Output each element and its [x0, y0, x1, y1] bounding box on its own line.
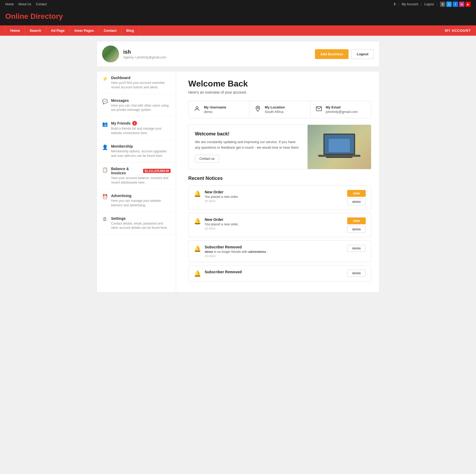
sidebar-item-membership[interactable]: 👤 Membership Membership options, account… — [97, 140, 176, 163]
dollar-sign: $ — [394, 2, 396, 6]
sidebar-dashboard-title: Dashboard — [111, 76, 171, 80]
sidebar-friends-title: My Friends 1 — [111, 121, 171, 126]
profile-logout-button[interactable]: Logout — [351, 49, 374, 59]
location-label: My Location — [265, 105, 285, 109]
add-business-button[interactable]: Add Business — [315, 49, 349, 59]
svg-rect-6 — [326, 157, 353, 158]
info-box-username-text: My Username demo — [204, 105, 226, 114]
logout-link[interactable]: Logout — [424, 2, 434, 6]
my-account-link[interactable]: My Account — [402, 2, 418, 6]
avatar-image — [102, 45, 119, 62]
nav-ad-page[interactable]: Ad Page — [46, 25, 70, 36]
recent-notices-title: Recent Notices — [188, 176, 371, 181]
facebook-icon[interactable]: f — [453, 2, 458, 7]
info-boxes: My Username demo My Location South Afric… — [188, 101, 371, 118]
notice-content-4: Subscriber Removed — [205, 270, 344, 275]
logo-text-black: Online — [5, 12, 28, 20]
email-value: johnhnly@gmail.com — [326, 110, 358, 114]
notice-desc-2: You placed a new order. — [205, 222, 344, 226]
nav-search[interactable]: Search — [25, 25, 46, 36]
sidebar-messages-title: Messages — [111, 98, 171, 103]
info-box-username: My Username demo — [189, 101, 249, 118]
separator-2: | — [421, 2, 422, 6]
notice-3-period: . — [267, 250, 268, 254]
nav-home[interactable]: Home — [5, 25, 25, 36]
contact-us-button[interactable]: Contact us — [195, 155, 219, 163]
sidebar: ⚡ Dashboard Here you'll find your accoun… — [97, 71, 176, 292]
content-area: ⚡ Dashboard Here you'll find your accoun… — [97, 71, 379, 293]
balance-badge: $1,111,233,869.69 — [143, 169, 171, 173]
sidebar-membership-desc: Membership options, account upgrades and… — [111, 149, 171, 158]
sidebar-friends-label: My Friends — [111, 121, 131, 125]
profile-card: ish Agency • johnhnly@gmail.com Add Busi… — [97, 41, 379, 67]
top-bar: Home About Us Contact $ | My Account | L… — [0, 0, 476, 8]
sidebar-item-balance[interactable]: 📋 Balance & Invoices $1,111,233,869.69 V… — [97, 162, 176, 189]
avatar — [102, 45, 119, 62]
notice-delete-button-3[interactable]: delete — [347, 245, 366, 252]
notice-title-4: Subscriber Removed — [205, 270, 344, 274]
welcome-section: Welcome back! We are constantly updating… — [188, 125, 371, 169]
info-box-email-text: My Email johnhnly@gmail.com — [326, 105, 358, 114]
info-box-location: My Location South Africa — [249, 101, 310, 118]
nav-contact[interactable]: Contact — [99, 25, 121, 36]
settings-icon: 🗓 — [102, 217, 108, 222]
site-logo[interactable]: Online Directory — [5, 12, 471, 21]
notice-title-3: Subscriber Removed — [205, 245, 344, 249]
username-value: demo — [204, 110, 226, 114]
twitter-icon[interactable]: t — [446, 2, 452, 7]
sidebar-balance-title: Balance & Invoices $1,111,233,869.69 — [111, 167, 171, 175]
location-icon — [255, 106, 261, 113]
sidebar-membership-title: Membership — [111, 144, 171, 148]
sidebar-messages-desc: Here you can chat with other users using… — [111, 103, 171, 112]
notice-delete-button-1[interactable]: delete — [347, 198, 366, 205]
youtube-icon[interactable]: ▶ — [465, 2, 471, 7]
svg-point-1 — [257, 107, 259, 109]
user-info: ish Agency • johnhnly@gmail.com — [123, 49, 315, 59]
notice-delete-button-4[interactable]: delete — [347, 270, 366, 277]
nav-inner-pages[interactable]: Inner Pages — [70, 25, 99, 36]
welcome-title: Welcome Back — [188, 79, 371, 89]
notice-view-button-2[interactable]: view — [347, 217, 366, 224]
instagram-icon[interactable]: in — [459, 2, 464, 7]
topbar-about[interactable]: About Us — [18, 2, 31, 6]
sidebar-membership-text: Membership Membership options, account u… — [111, 144, 171, 158]
sidebar-dashboard-text: Dashboard Here you'll find your account … — [111, 76, 171, 90]
notice-delete-button-2[interactable]: delete — [347, 226, 366, 233]
email-icon — [316, 106, 322, 113]
welcome-image-area — [308, 125, 371, 169]
social-icons: $ t f in ▶ — [440, 2, 471, 7]
nav-blog[interactable]: Blog — [122, 25, 139, 36]
logo-text-red: Directory — [30, 12, 63, 20]
sidebar-item-my-friends[interactable]: 👥 My Friends 1 Build a friends list and … — [97, 117, 176, 140]
topbar-home[interactable]: Home — [5, 2, 14, 6]
notice-actions-3: delete — [347, 245, 366, 252]
top-bar-right: $ | My Account | Logout | $ t f in ▶ — [394, 2, 471, 7]
topbar-contact[interactable]: Contact — [36, 2, 47, 6]
notice-3-admin: admindemo — [248, 250, 266, 254]
nav-items: Home Search Ad Page Inner Pages Contact … — [5, 25, 445, 36]
sidebar-item-dashboard[interactable]: ⚡ Dashboard Here you'll find your accoun… — [97, 71, 176, 94]
advertising-icon: ⏰ — [102, 194, 108, 200]
notice-content-1: New Order You placed a new order. 2D AGO — [205, 190, 344, 203]
svg-rect-5 — [318, 155, 360, 157]
user-dot: • — [135, 56, 137, 59]
sidebar-item-messages[interactable]: 💬 Messages Here you can chat with other … — [97, 94, 176, 117]
notice-view-button-1[interactable]: view — [347, 190, 366, 197]
notice-card-3: 🔔 Subscriber Removed demo is no longer f… — [188, 240, 371, 262]
sidebar-dashboard-desc: Here you'll find your account overview, … — [111, 81, 171, 90]
separator-1: | — [398, 2, 399, 6]
welcome-subtitle: Here's an overview of your account. — [188, 90, 371, 94]
sidebar-item-settings[interactable]: 🗓 Settings Contact details, email, passw… — [97, 212, 176, 235]
dollar-icon[interactable]: $ — [440, 2, 445, 7]
user-email: johnhnly@gmail.com — [137, 56, 166, 59]
info-box-location-text: My Location South Africa — [265, 105, 285, 114]
nav-my-account[interactable]: MY ACCOUNT — [445, 29, 471, 33]
user-name: ish — [123, 49, 315, 55]
sidebar-item-advertising[interactable]: ⏰ Advertising Here you can manage your w… — [97, 189, 176, 212]
dashboard-icon: ⚡ — [102, 76, 108, 82]
friends-badge: 1 — [132, 121, 137, 126]
notice-3-text: is no longer friends with — [214, 250, 248, 254]
laptop-svg — [315, 128, 363, 165]
notice-actions-4: delete — [347, 270, 366, 277]
main-panel: Welcome Back Here's an overview of your … — [180, 71, 379, 292]
